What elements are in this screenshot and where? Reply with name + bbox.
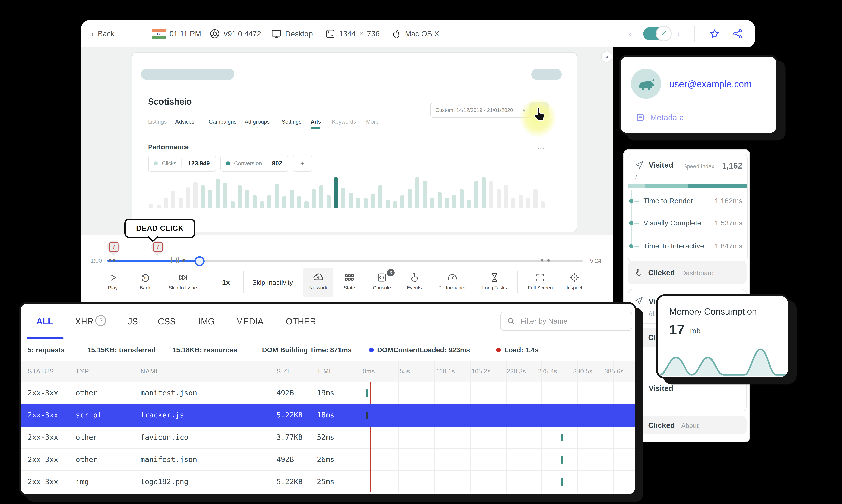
events-icon xyxy=(397,272,431,283)
help-icon[interactable]: ? xyxy=(95,315,106,326)
table-row-tracker.js[interactable]: 2xx-3xxscripttracker.js5.22KB18ms xyxy=(21,404,636,427)
table-row-favicon.ico[interactable]: 2xx-3xxotherfavicon.ico3.77KB52ms xyxy=(21,427,636,449)
skeleton-bar xyxy=(141,69,234,79)
column-header-status[interactable]: STATUS xyxy=(28,368,54,375)
filter-box[interactable] xyxy=(500,311,632,330)
cell-name: logo192.png xyxy=(140,478,188,486)
column-header-type[interactable]: TYPE xyxy=(76,368,94,375)
user-email[interactable]: user@example.com xyxy=(669,78,752,89)
cell-status: 2xx-3xx xyxy=(28,433,58,442)
skip-to-issue-button[interactable]: Skip to Issue xyxy=(165,272,200,291)
favorite-button[interactable] xyxy=(709,20,720,47)
back-button[interactable]: ‹ Back xyxy=(91,20,114,47)
india-flag-icon xyxy=(151,29,166,39)
share-button[interactable] xyxy=(732,20,743,47)
panel-button-inspect[interactable]: Inspect xyxy=(557,272,592,291)
stat-divider xyxy=(360,344,360,357)
stat-text: 5: requests xyxy=(28,346,65,354)
skeleton-bar xyxy=(532,69,561,79)
chart-bar-24 xyxy=(504,185,508,208)
resolution-info: 1344 × 736 xyxy=(325,20,380,47)
date-range-select[interactable]: Custom: 14/12/2019 - 21/01/2020 xyxy=(430,103,518,118)
playhead-handle[interactable] xyxy=(194,256,204,267)
table-row-logo192.png[interactable]: 2xx-3xximglogo192.png5.22KB25ms xyxy=(21,471,636,493)
site-tab-advices[interactable]: Advices xyxy=(175,119,194,125)
chip-label: Conversion xyxy=(234,160,262,167)
site-tab-more[interactable]: More xyxy=(366,119,379,125)
network-tab-media[interactable]: MEDIA xyxy=(236,316,263,326)
cell-name: tracker.js xyxy=(140,411,184,419)
back-button[interactable]: 10Back xyxy=(128,272,162,291)
chart-bar-25 xyxy=(282,196,286,208)
network-tab-css[interactable]: CSS xyxy=(158,316,176,326)
progress-segment xyxy=(688,184,747,188)
autoplay-toggle[interactable]: ✓ xyxy=(643,27,670,40)
column-header-time[interactable]: TIME xyxy=(317,368,334,375)
filter-input[interactable] xyxy=(519,317,620,326)
clicked-event-card[interactable]: ClickedAbout xyxy=(628,416,747,434)
os-label: Mac OS X xyxy=(405,30,439,38)
network-tab-xhr[interactable]: XHR xyxy=(75,316,93,326)
next-session-button[interactable]: › xyxy=(677,20,680,47)
panel-button-state[interactable]: State xyxy=(332,272,367,291)
chart-bar-18 xyxy=(231,201,235,208)
network-tab-other[interactable]: OTHER xyxy=(286,316,316,326)
waterfall-bar xyxy=(365,412,368,419)
panel-button-long-tasks[interactable]: Long Tasks xyxy=(477,272,512,291)
panel-button-console[interactable]: 3Console xyxy=(364,272,399,291)
metric-value: 1,537ms xyxy=(715,219,742,227)
dead-click-tooltip: DEAD CLICK xyxy=(124,218,195,238)
issue-marker[interactable]: i xyxy=(104,238,122,256)
metric-chip-clicks[interactable]: Clicks123,949 xyxy=(148,156,216,172)
network-tab-js[interactable]: JS xyxy=(128,316,138,326)
network-tab-img[interactable]: IMG xyxy=(198,316,215,326)
site-tab-listings[interactable]: Listings xyxy=(148,119,167,125)
clicked-event-card[interactable]: ClickedDashboard xyxy=(628,261,747,284)
site-tab-ads[interactable]: Ads xyxy=(310,119,321,125)
panel-button-network[interactable]: Network xyxy=(301,272,336,291)
event-dot[interactable] xyxy=(182,259,185,262)
cursor-hand-icon xyxy=(531,106,548,123)
site-tab-settings[interactable]: Settings xyxy=(282,119,301,125)
visited-event-card[interactable]: Visited Speed Index 1,162 / Time to Rend… xyxy=(628,154,748,262)
column-header-size[interactable]: SIZE xyxy=(276,368,292,375)
table-row-manifest.json[interactable]: 2xx-3xxothermanifest.json492B19ms xyxy=(21,382,636,404)
metadata-button[interactable]: Metadata xyxy=(636,113,684,122)
cell-time: 25ms xyxy=(317,478,334,486)
site-tab-keywords[interactable]: Keywords xyxy=(332,119,356,125)
top-toolbar: ‹ Back 01:11 PM v91.0.4472 Desktop xyxy=(81,20,755,47)
controls-divider xyxy=(243,271,244,293)
add-metric-button[interactable]: + xyxy=(293,156,312,172)
network-tab-all[interactable]: ALL xyxy=(36,316,53,326)
panel-button-events[interactable]: Events xyxy=(397,272,431,291)
speed-button[interactable]: 1x xyxy=(222,268,230,297)
event-detail: About xyxy=(681,422,699,429)
chart-bar-3 xyxy=(349,193,353,208)
metric-chip-conversion[interactable]: Conversion902 xyxy=(220,156,288,172)
table-row-manifest.json[interactable]: 2xx-3xxothermanifest.json492B26ms xyxy=(21,449,636,471)
chart-bar-9 xyxy=(393,201,397,208)
chart-bar-11 xyxy=(408,189,412,208)
panel-button-full-screen[interactable]: Full Screen xyxy=(523,272,558,291)
site-tab-campaigns[interactable]: Campaigns xyxy=(209,119,237,125)
skip-inactivity-button[interactable]: Skip Inactivity xyxy=(252,268,293,297)
waterfall-bar xyxy=(561,478,563,486)
panel-label: Full Screen xyxy=(523,285,558,291)
prev-session-button[interactable]: ‹ xyxy=(629,20,632,47)
metadata-icon xyxy=(636,113,645,122)
chart-bar-11 xyxy=(179,198,183,208)
stat-text: Load: 1.4s xyxy=(504,346,539,354)
section-menu-icon[interactable]: ... xyxy=(537,143,545,151)
site-tab-ad-groups[interactable]: Ad groups xyxy=(245,119,270,125)
column-header-name[interactable]: NAME xyxy=(140,368,160,375)
play-icon xyxy=(95,272,130,283)
waterfall-column-165.2s: 165.2s xyxy=(471,368,490,375)
play-button[interactable]: Play xyxy=(95,272,130,291)
browser-version: v91.0.4472 xyxy=(224,30,261,38)
collapse-panel-button[interactable]: » xyxy=(601,51,612,62)
panel-button-performance[interactable]: Performance xyxy=(435,272,470,291)
visited-event-card[interactable]: Visited xyxy=(628,376,747,411)
chart-bar-19 xyxy=(238,185,242,208)
chart-bar-17 xyxy=(452,195,456,208)
chart-bar-8 xyxy=(157,205,161,208)
